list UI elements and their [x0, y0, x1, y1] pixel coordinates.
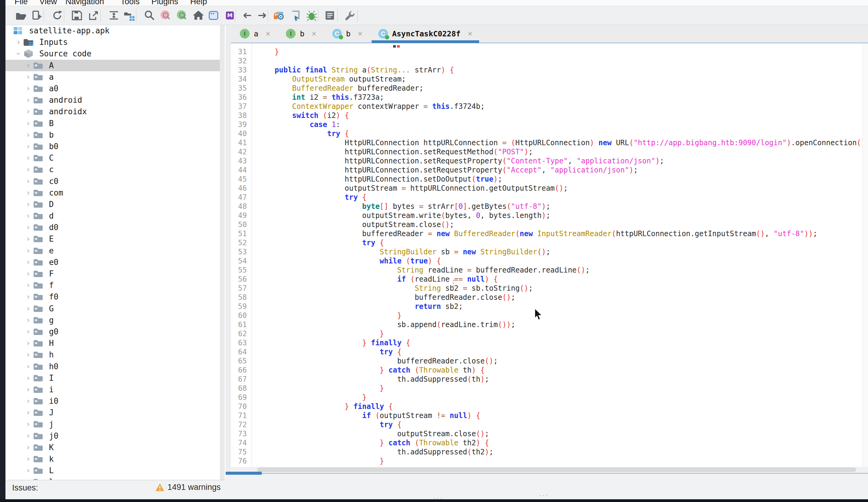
chevron-right-icon[interactable]: › [24, 107, 32, 116]
close-icon[interactable]: × [266, 29, 270, 39]
word-wrap-icon[interactable] [107, 9, 121, 22]
tree-item-B[interactable]: › B [6, 118, 220, 129]
editor-tab-b[interactable]: Ib× [278, 25, 324, 42]
tree-item-F[interactable]: › F [6, 268, 220, 280]
tree-item-K[interactable]: › K [6, 442, 220, 453]
log-viewer-icon[interactable] [323, 9, 337, 22]
tree-item-h0[interactable]: › h0 [6, 360, 220, 372]
menu-help[interactable]: Help [190, 0, 207, 6]
menu-view[interactable]: View [39, 0, 57, 6]
tree-item-g[interactable]: › g [6, 314, 220, 326]
editor-vertical-scrollbar[interactable] [862, 43, 868, 467]
text-search-icon[interactable] [142, 9, 156, 22]
tree-item-com[interactable]: › com [6, 187, 220, 199]
save-all-icon[interactable] [70, 9, 84, 22]
tree-item-f[interactable]: › f [6, 280, 220, 291]
tree-item-i[interactable]: › i [6, 384, 220, 395]
deobfuscation-icon[interactable] [271, 9, 285, 22]
chevron-right-icon[interactable]: › [24, 339, 32, 348]
tree-item-j0[interactable]: › j0 [6, 430, 220, 442]
chevron-right-icon[interactable]: › [24, 443, 32, 452]
tree-item-H[interactable]: › H [6, 338, 220, 349]
chevron-right-icon[interactable]: › [24, 397, 32, 405]
tree-item-C[interactable]: › C [6, 152, 220, 164]
tree-item-f0[interactable]: › f0 [6, 291, 220, 302]
chevron-right-icon[interactable]: › [24, 119, 32, 128]
chevron-down-icon[interactable]: › [14, 50, 23, 58]
add-files-icon[interactable] [30, 9, 44, 22]
editor-tab-a[interactable]: Ia× [232, 25, 278, 42]
tree-scrollbar[interactable] [220, 25, 225, 480]
tree-item-G[interactable]: › G [6, 303, 220, 314]
chevron-right-icon[interactable]: › [24, 177, 32, 185]
package-tree[interactable]: satellite-app.apk› Inputs› Source code› … [6, 25, 220, 480]
flatten-packages-icon[interactable] [122, 9, 136, 22]
tree-item-b[interactable]: › b [6, 129, 220, 141]
open-file-icon[interactable] [14, 9, 28, 22]
chevron-right-icon[interactable]: › [24, 362, 32, 371]
chevron-right-icon[interactable]: › [24, 478, 32, 480]
menu-file[interactable]: File [14, 0, 28, 6]
editor-tab-b[interactable]: Cb× [324, 25, 370, 42]
tree-item-l[interactable]: › l [6, 476, 220, 480]
chevron-right-icon[interactable]: › [14, 38, 22, 47]
tree-item-Inputs[interactable]: › Inputs [6, 37, 220, 48]
chevron-right-icon[interactable]: › [24, 328, 32, 336]
chevron-right-icon[interactable]: › [24, 258, 32, 267]
chevron-right-icon[interactable]: › [24, 385, 32, 394]
quark-icon[interactable] [288, 9, 302, 22]
main-activity-icon[interactable] [192, 9, 205, 22]
back-icon[interactable] [240, 9, 255, 22]
chevron-right-icon[interactable]: › [24, 73, 32, 81]
chevron-right-icon[interactable]: › [24, 142, 32, 151]
debugger-icon[interactable] [305, 9, 319, 22]
chevron-right-icon[interactable]: › [24, 420, 32, 428]
chevron-right-icon[interactable]: › [24, 455, 32, 463]
tree-item-I[interactable]: › I [6, 372, 220, 384]
chevron-right-icon[interactable]: › [24, 408, 32, 417]
chevron-right-icon[interactable]: › [24, 316, 32, 324]
export-icon[interactable] [86, 9, 101, 22]
chevron-right-icon[interactable]: › [24, 165, 32, 174]
chevron-right-icon[interactable]: › [24, 131, 32, 139]
chevron-right-icon[interactable]: › [24, 247, 32, 255]
chevron-right-icon[interactable]: › [24, 84, 32, 93]
chevron-right-icon[interactable]: › [24, 350, 32, 359]
tree-item-d0[interactable]: › d0 [6, 222, 220, 233]
tree-item-a0[interactable]: › a0 [6, 83, 220, 94]
close-icon[interactable]: × [312, 29, 316, 39]
chevron-right-icon[interactable]: › [24, 235, 32, 243]
chevron-right-icon[interactable]: › [24, 281, 32, 290]
chevron-right-icon[interactable]: › [24, 304, 32, 313]
tree-item-satellite-app.apk[interactable]: satellite-app.apk [6, 25, 220, 37]
tree-item-a[interactable]: › a [6, 71, 220, 83]
chevron-right-icon[interactable]: › [24, 96, 32, 104]
tree-item-L[interactable]: › L [6, 465, 220, 476]
chevron-right-icon[interactable]: › [24, 270, 32, 278]
chevron-right-icon[interactable]: › [24, 223, 32, 232]
chevron-right-icon[interactable]: › [24, 61, 32, 70]
warnings-status[interactable]: 1491 warnings [155, 483, 221, 492]
tree-item-Source code[interactable]: › Source code [6, 48, 220, 59]
tree-item-g0[interactable]: › g0 [6, 326, 220, 338]
tree-item-D[interactable]: › D [6, 199, 220, 210]
tree-item-d[interactable]: › d [6, 210, 220, 222]
editor-tab-AsyncTaskC0228f[interactable]: CAsyncTaskC0228f× [370, 25, 480, 42]
horizontal-scrollbar-thumb[interactable] [257, 468, 856, 472]
tree-item-c[interactable]: › c [6, 164, 220, 175]
splitter-grip-icon[interactable] [453, 278, 454, 291]
forward-icon[interactable] [255, 9, 269, 22]
menu-plugins[interactable]: Plugins [152, 0, 178, 6]
tree-item-k[interactable]: › k [6, 453, 220, 465]
tree-item-android[interactable]: › android [6, 94, 220, 106]
tree-item-A[interactable]: › A [6, 60, 220, 71]
tree-item-e0[interactable]: › e0 [6, 257, 220, 268]
tree-item-E[interactable]: › E [6, 233, 220, 245]
close-icon[interactable]: × [468, 29, 473, 39]
chevron-right-icon[interactable]: › [24, 432, 32, 440]
tree-item-h[interactable]: › h [6, 349, 220, 360]
tree-item-j[interactable]: › j [6, 418, 220, 430]
tree-item-J[interactable]: › J [6, 407, 220, 418]
panel-splitter[interactable] [226, 25, 231, 480]
menu-navigation[interactable]: Navigation [65, 0, 104, 6]
